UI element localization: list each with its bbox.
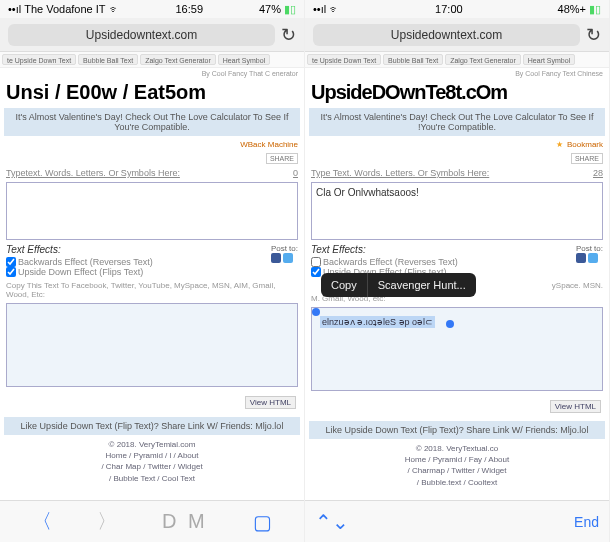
byline: By Cool Fancy Text Chinese bbox=[305, 68, 609, 79]
checkbox-upsidedown[interactable] bbox=[6, 267, 16, 277]
right-screenshot: ••ıl ᯤ 17:00 48%+ ▮▯ Upsidedowntext.com … bbox=[305, 0, 610, 542]
selection-handle-start[interactable] bbox=[312, 308, 320, 316]
keyboard-accessory: ⌃ ⌄ End bbox=[305, 500, 609, 542]
effect-backwards-label: Backwards Effect (Reverses Text) bbox=[18, 257, 153, 267]
menu-copy[interactable]: Copy bbox=[321, 273, 368, 297]
effect-backwards-label: Backwards Effect (Reverses Text) bbox=[323, 257, 458, 267]
wifi-icon: ᯤ bbox=[329, 3, 340, 15]
wifi-icon: ᯤ bbox=[109, 3, 120, 15]
menu-scavenger[interactable]: Scavenger Hunt... bbox=[368, 273, 476, 297]
status-bar: ••ıl ᯤ 17:00 48%+ ▮▯ bbox=[305, 0, 609, 18]
twitter-icon[interactable] bbox=[588, 253, 598, 263]
status-bar: ••ıl The Vodafone IT ᯤ 16:59 47% ▮▯ bbox=[0, 0, 304, 18]
battery-percent: 47% bbox=[259, 3, 281, 15]
selected-output-text[interactable]: elnzuəʌ ə.ıoʇəleS əp oəl⊂ bbox=[320, 316, 435, 328]
battery-percent: 48%+ bbox=[558, 3, 586, 15]
carrier: The Vodafone IT bbox=[24, 3, 105, 15]
footer-row2[interactable]: / Charmap / Twitter / Widget bbox=[311, 465, 603, 476]
input-textarea[interactable]: Cla Or Onlvwhatsaoos! bbox=[311, 182, 603, 240]
view-html-button[interactable]: View HTML bbox=[245, 396, 296, 409]
checkbox-backwards[interactable] bbox=[6, 257, 16, 267]
refresh-icon[interactable]: ↻ bbox=[586, 24, 601, 46]
tab-upsidedown[interactable]: te Upside Down Text bbox=[307, 54, 381, 65]
postto-label: Post to: bbox=[576, 244, 603, 253]
valentine-banner[interactable]: It's Almost Valentine's Day! Check Out T… bbox=[309, 108, 605, 136]
copyright: © 2018. VeryTemial.com bbox=[6, 439, 298, 450]
bookmark-link[interactable]: Bookmark bbox=[567, 140, 603, 149]
site-tabs: te Upside Down Text Bubble Ball Text Zal… bbox=[0, 52, 304, 68]
url-bar: Upsidedowntext.com ↻ bbox=[305, 18, 609, 52]
input-prompt: Typetext. Words. Letters. Or Symbols Her… bbox=[0, 166, 304, 180]
checkbox-upsidedown[interactable] bbox=[311, 267, 321, 277]
effect-upsidedown-label: Upside Down Effect (Flips Text) bbox=[18, 267, 143, 277]
share-button[interactable]: SHARE bbox=[571, 153, 603, 164]
footer-row2[interactable]: / Char Map / Twitter / Widget bbox=[6, 461, 298, 472]
clock: 16:59 bbox=[175, 3, 203, 15]
prompt-text: Typetext. Words. Letters. Or Symbols Her… bbox=[6, 168, 180, 178]
left-screenshot: ••ıl The Vodafone IT ᯤ 16:59 47% ▮▯ Upsi… bbox=[0, 0, 305, 542]
char-count: 0 bbox=[293, 168, 298, 178]
site-tabs: te Upside Down Text Bubble Ball Text Zal… bbox=[305, 52, 609, 68]
page-title: Unsi / E00w / Eat5om bbox=[0, 79, 304, 106]
footer-row3[interactable]: / Bubble Text / Cool Text bbox=[6, 473, 298, 484]
address-field[interactable]: Upsidedowntext.com bbox=[313, 24, 580, 46]
bookmark-link[interactable]: WBack Machine bbox=[240, 140, 298, 149]
footer-links: © 2018. VeryTemial.com Home / Pyramid / … bbox=[0, 437, 304, 486]
tab-zalgo[interactable]: Zalgo Text Generator bbox=[445, 54, 521, 65]
star-icon: ★ bbox=[556, 140, 563, 149]
dm-text: D M bbox=[162, 510, 208, 533]
effects-title: Text Effects: bbox=[311, 244, 458, 255]
facebook-icon[interactable] bbox=[271, 253, 281, 263]
tab-bubble[interactable]: Bubble Ball Text bbox=[383, 54, 443, 65]
footer-row1[interactable]: Home / Pyramid / Fay / About bbox=[311, 454, 603, 465]
ios-context-menu: Copy Scavenger Hunt... bbox=[321, 273, 476, 297]
footer-links: © 2018. VeryTextual.co Home / Pyramid / … bbox=[305, 441, 609, 490]
prev-field-icon[interactable]: ⌃ bbox=[315, 510, 332, 534]
copy-instruction: Copy This Text To Facebook, Twitter, You… bbox=[0, 279, 304, 301]
back-icon[interactable]: 〈 bbox=[32, 508, 52, 535]
tab-heart[interactable]: Heart Symbol bbox=[523, 54, 575, 65]
tab-zalgo[interactable]: Zalgo Text Generator bbox=[140, 54, 216, 65]
footer-share: Like Upside Down Text (Flip Text)? Share… bbox=[309, 421, 605, 439]
effects-section: Text Effects: Backwards Effect (Reverses… bbox=[0, 242, 304, 279]
done-button[interactable]: End bbox=[574, 514, 599, 530]
effects-title: Text Effects: bbox=[6, 244, 153, 255]
clock: 17:00 bbox=[435, 3, 463, 15]
footer-row1[interactable]: Home / Pyramid / l / About bbox=[6, 450, 298, 461]
next-field-icon[interactable]: ⌄ bbox=[332, 510, 349, 534]
output-textarea[interactable] bbox=[6, 303, 298, 387]
output-textarea[interactable]: elnzuəʌ ə.ıoʇəleS əp oəl⊂ bbox=[311, 307, 603, 391]
input-prompt: Type Text. Words. Letters. Or Symbols He… bbox=[305, 166, 609, 180]
footer-row3[interactable]: / Bubble.text / Cooltext bbox=[311, 477, 603, 488]
checkbox-backwards[interactable] bbox=[311, 257, 321, 267]
signal-icon: ••ıl bbox=[313, 3, 326, 15]
battery-icon: ▮▯ bbox=[589, 3, 601, 16]
tab-bubble[interactable]: Bubble Ball Text bbox=[78, 54, 138, 65]
byline: By Cool Fancy That C enerator bbox=[0, 68, 304, 79]
view-html-button[interactable]: View HTML bbox=[550, 400, 601, 413]
footer-share: Like Upside Down Text (Flip Text)? Share… bbox=[4, 417, 300, 435]
prompt-text: Type Text. Words. Letters. Or Symbols He… bbox=[311, 168, 489, 178]
refresh-icon[interactable]: ↻ bbox=[281, 24, 296, 46]
copyright: © 2018. VeryTextual.co bbox=[311, 443, 603, 454]
twitter-icon[interactable] bbox=[283, 253, 293, 263]
valentine-banner[interactable]: It's Almost Valentine's Day! Check Out T… bbox=[4, 108, 300, 136]
input-textarea[interactable] bbox=[6, 182, 298, 240]
page-title: UpsideDOwnTe8t.cOm bbox=[305, 79, 609, 106]
share-button[interactable]: SHARE bbox=[266, 153, 298, 164]
signal-icon: ••ıl bbox=[8, 3, 21, 15]
address-field[interactable]: Upsidedowntext.com bbox=[8, 24, 275, 46]
postto-label: Post to: bbox=[271, 244, 298, 253]
tabs-icon[interactable]: ▢ bbox=[253, 510, 272, 534]
safari-toolbar: 〈 〉 D M ▢ bbox=[0, 500, 304, 542]
forward-icon: 〉 bbox=[97, 508, 117, 535]
url-bar: Upsidedowntext.com ↻ bbox=[0, 18, 304, 52]
selection-handle-end[interactable] bbox=[446, 320, 454, 328]
tab-upsidedown[interactable]: te Upside Down Text bbox=[2, 54, 76, 65]
facebook-icon[interactable] bbox=[576, 253, 586, 263]
char-count: 28 bbox=[593, 168, 603, 178]
battery-icon: ▮▯ bbox=[284, 3, 296, 16]
tab-heart[interactable]: Heart Symbol bbox=[218, 54, 270, 65]
